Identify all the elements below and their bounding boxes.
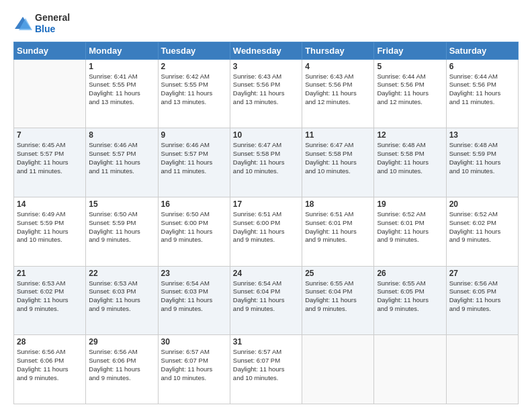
- calendar-cell: 15Sunrise: 6:50 AM Sunset: 5:59 PM Dayli…: [86, 197, 158, 266]
- calendar-cell: 19Sunrise: 6:52 AM Sunset: 6:01 PM Dayli…: [374, 197, 446, 266]
- logo-icon: [13, 15, 32, 32]
- day-number: 4: [305, 62, 371, 71]
- calendar-cell: 21Sunrise: 6:53 AM Sunset: 6:02 PM Dayli…: [14, 266, 86, 335]
- calendar-cell: 24Sunrise: 6:54 AM Sunset: 6:04 PM Dayli…: [230, 266, 302, 335]
- day-info: Sunrise: 6:54 AM Sunset: 6:04 PM Dayligh…: [233, 279, 299, 314]
- day-info: Sunrise: 6:52 AM Sunset: 6:02 PM Dayligh…: [449, 210, 515, 244]
- calendar-week-row: 21Sunrise: 6:53 AM Sunset: 6:02 PM Dayli…: [14, 266, 519, 335]
- day-info: Sunrise: 6:48 AM Sunset: 5:58 PM Dayligh…: [377, 141, 443, 175]
- calendar-header-friday: Friday: [374, 42, 446, 59]
- day-info: Sunrise: 6:56 AM Sunset: 6:06 PM Dayligh…: [17, 348, 83, 382]
- calendar-cell: [302, 335, 374, 404]
- day-number: 15: [89, 199, 154, 209]
- day-info: Sunrise: 6:51 AM Sunset: 6:00 PM Dayligh…: [233, 210, 299, 244]
- day-number: 2: [161, 62, 227, 71]
- day-info: Sunrise: 6:57 AM Sunset: 6:07 PM Dayligh…: [233, 348, 299, 382]
- day-number: 30: [161, 337, 227, 347]
- day-info: Sunrise: 6:42 AM Sunset: 5:55 PM Dayligh…: [161, 73, 227, 107]
- day-info: Sunrise: 6:54 AM Sunset: 6:03 PM Dayligh…: [161, 279, 227, 314]
- calendar-cell: 29Sunrise: 6:56 AM Sunset: 6:06 PM Dayli…: [86, 335, 158, 404]
- calendar-cell: 2Sunrise: 6:42 AM Sunset: 5:55 PM Daylig…: [158, 59, 230, 128]
- calendar-cell: 13Sunrise: 6:48 AM Sunset: 5:59 PM Dayli…: [446, 128, 518, 197]
- day-info: Sunrise: 6:45 AM Sunset: 5:57 PM Dayligh…: [17, 141, 83, 175]
- day-number: 1: [89, 62, 154, 71]
- calendar-week-row: 7Sunrise: 6:45 AM Sunset: 5:57 PM Daylig…: [14, 128, 519, 197]
- calendar-cell: 25Sunrise: 6:55 AM Sunset: 6:04 PM Dayli…: [302, 266, 374, 335]
- calendar-cell: 26Sunrise: 6:55 AM Sunset: 6:05 PM Dayli…: [374, 266, 446, 335]
- day-number: 29: [89, 337, 154, 347]
- day-info: Sunrise: 6:53 AM Sunset: 6:02 PM Dayligh…: [17, 279, 83, 314]
- calendar-header-thursday: Thursday: [302, 42, 374, 59]
- day-number: 5: [377, 62, 443, 71]
- calendar-cell: [14, 59, 86, 128]
- day-number: 3: [233, 62, 299, 71]
- day-number: 8: [89, 130, 154, 140]
- calendar-week-row: 14Sunrise: 6:49 AM Sunset: 5:59 PM Dayli…: [14, 197, 519, 266]
- day-number: 17: [233, 199, 299, 209]
- day-number: 27: [449, 269, 515, 278]
- calendar-header-saturday: Saturday: [446, 42, 518, 59]
- day-info: Sunrise: 6:50 AM Sunset: 6:00 PM Dayligh…: [161, 210, 227, 244]
- logo-text: General Blue: [35, 12, 70, 35]
- day-info: Sunrise: 6:55 AM Sunset: 6:04 PM Dayligh…: [305, 279, 371, 314]
- logo: General Blue: [13, 12, 70, 35]
- day-number: 26: [377, 269, 443, 278]
- day-info: Sunrise: 6:57 AM Sunset: 6:07 PM Dayligh…: [161, 348, 227, 382]
- header: General Blue: [13, 12, 519, 35]
- day-number: 28: [17, 337, 83, 347]
- calendar-cell: 8Sunrise: 6:46 AM Sunset: 5:57 PM Daylig…: [86, 128, 158, 197]
- day-info: Sunrise: 6:51 AM Sunset: 6:01 PM Dayligh…: [305, 210, 371, 244]
- day-info: Sunrise: 6:55 AM Sunset: 6:05 PM Dayligh…: [377, 279, 443, 314]
- page: General Blue SundayMondayTuesdayWednesda…: [0, 0, 532, 411]
- calendar-table: SundayMondayTuesdayWednesdayThursdayFrid…: [13, 42, 519, 404]
- day-number: 20: [449, 199, 515, 209]
- day-number: 11: [305, 130, 371, 140]
- day-info: Sunrise: 6:50 AM Sunset: 5:59 PM Dayligh…: [89, 210, 154, 244]
- day-info: Sunrise: 6:52 AM Sunset: 6:01 PM Dayligh…: [377, 210, 443, 244]
- calendar-header-wednesday: Wednesday: [230, 42, 302, 59]
- calendar-cell: [446, 335, 518, 404]
- calendar-cell: 5Sunrise: 6:44 AM Sunset: 5:56 PM Daylig…: [374, 59, 446, 128]
- day-info: Sunrise: 6:56 AM Sunset: 6:05 PM Dayligh…: [449, 279, 515, 314]
- calendar-cell: 23Sunrise: 6:54 AM Sunset: 6:03 PM Dayli…: [158, 266, 230, 335]
- day-info: Sunrise: 6:44 AM Sunset: 5:56 PM Dayligh…: [377, 73, 443, 107]
- day-number: 31: [233, 337, 299, 347]
- calendar-cell: 3Sunrise: 6:43 AM Sunset: 5:56 PM Daylig…: [230, 59, 302, 128]
- calendar-cell: 10Sunrise: 6:47 AM Sunset: 5:58 PM Dayli…: [230, 128, 302, 197]
- calendar-cell: 14Sunrise: 6:49 AM Sunset: 5:59 PM Dayli…: [14, 197, 86, 266]
- calendar-cell: 22Sunrise: 6:53 AM Sunset: 6:03 PM Dayli…: [86, 266, 158, 335]
- calendar-cell: 16Sunrise: 6:50 AM Sunset: 6:00 PM Dayli…: [158, 197, 230, 266]
- day-number: 22: [89, 269, 154, 278]
- day-number: 14: [17, 199, 83, 209]
- calendar-cell: 6Sunrise: 6:44 AM Sunset: 5:56 PM Daylig…: [446, 59, 518, 128]
- calendar-cell: 7Sunrise: 6:45 AM Sunset: 5:57 PM Daylig…: [14, 128, 86, 197]
- day-number: 25: [305, 269, 371, 278]
- day-info: Sunrise: 6:47 AM Sunset: 5:58 PM Dayligh…: [233, 141, 299, 175]
- calendar-cell: 17Sunrise: 6:51 AM Sunset: 6:00 PM Dayli…: [230, 197, 302, 266]
- calendar-cell: 30Sunrise: 6:57 AM Sunset: 6:07 PM Dayli…: [158, 335, 230, 404]
- calendar-cell: [374, 335, 446, 404]
- day-number: 13: [449, 130, 515, 140]
- day-number: 16: [161, 199, 227, 209]
- calendar-cell: 4Sunrise: 6:43 AM Sunset: 5:56 PM Daylig…: [302, 59, 374, 128]
- day-info: Sunrise: 6:44 AM Sunset: 5:56 PM Dayligh…: [449, 73, 515, 107]
- calendar-cell: 11Sunrise: 6:47 AM Sunset: 5:58 PM Dayli…: [302, 128, 374, 197]
- calendar-cell: 12Sunrise: 6:48 AM Sunset: 5:58 PM Dayli…: [374, 128, 446, 197]
- calendar-cell: 1Sunrise: 6:41 AM Sunset: 5:55 PM Daylig…: [86, 59, 158, 128]
- day-number: 10: [233, 130, 299, 140]
- day-info: Sunrise: 6:41 AM Sunset: 5:55 PM Dayligh…: [89, 73, 154, 107]
- day-info: Sunrise: 6:49 AM Sunset: 5:59 PM Dayligh…: [17, 210, 83, 244]
- calendar-header-tuesday: Tuesday: [158, 42, 230, 59]
- day-number: 21: [17, 269, 83, 278]
- calendar-cell: 9Sunrise: 6:46 AM Sunset: 5:57 PM Daylig…: [158, 128, 230, 197]
- calendar-week-row: 28Sunrise: 6:56 AM Sunset: 6:06 PM Dayli…: [14, 335, 519, 404]
- day-info: Sunrise: 6:46 AM Sunset: 5:57 PM Dayligh…: [89, 141, 154, 175]
- day-number: 12: [377, 130, 443, 140]
- day-info: Sunrise: 6:43 AM Sunset: 5:56 PM Dayligh…: [305, 73, 371, 107]
- day-number: 19: [377, 199, 443, 209]
- calendar-header-monday: Monday: [86, 42, 158, 59]
- day-number: 23: [161, 269, 227, 278]
- day-info: Sunrise: 6:43 AM Sunset: 5:56 PM Dayligh…: [233, 73, 299, 107]
- day-info: Sunrise: 6:56 AM Sunset: 6:06 PM Dayligh…: [89, 348, 154, 382]
- calendar-cell: 27Sunrise: 6:56 AM Sunset: 6:05 PM Dayli…: [446, 266, 518, 335]
